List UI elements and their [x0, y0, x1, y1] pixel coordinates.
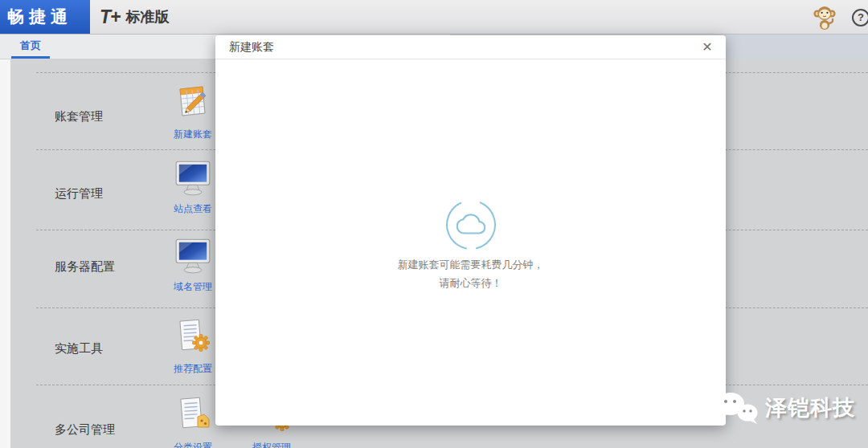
shortcut-new-account-set[interactable]: 新建账套 — [162, 80, 223, 141]
shortcut-label: 推荐配置 — [162, 362, 223, 376]
close-icon[interactable]: ✕ — [698, 39, 716, 56]
shortcut-category-settings[interactable]: 分类设置 — [162, 395, 223, 448]
category-server-config: 服务器配置 — [55, 259, 115, 275]
app-window: 畅捷通 T+ 标准版 ? 首页 账套管理 运行 — [0, 0, 868, 448]
shortcut-label: 分类设置 — [162, 441, 223, 448]
cloud-icon — [457, 214, 485, 235]
category-impl-tools: 实施工具 — [55, 341, 103, 356]
document-gear-icon — [173, 316, 213, 356]
monitor-icon — [173, 238, 213, 275]
category-run-mgmt: 运行管理 — [55, 186, 103, 202]
watermark: 泽铠科技 — [714, 389, 855, 427]
shortcut-label: 新建账套 — [162, 128, 223, 141]
shortcut-label: 域名管理 — [162, 280, 223, 294]
left-gutter — [0, 59, 10, 448]
help-icon[interactable]: ? — [852, 9, 868, 26]
chanjet-logo: 畅捷通 — [0, 0, 90, 34]
product-title: T+ 标准版 — [100, 0, 169, 34]
wechat-icon — [714, 389, 760, 427]
category-account-mgmt: 账套管理 — [55, 109, 103, 124]
document-badge-icon — [173, 395, 213, 435]
shortcut-domain-mgmt[interactable]: 域名管理 — [162, 238, 223, 294]
dialog-title: 新建账套 — [229, 35, 274, 59]
edition-label: 标准版 — [125, 7, 169, 26]
shortcut-site-view[interactable]: 站点查看 — [162, 160, 223, 216]
ledger-pencil-icon — [172, 80, 214, 122]
watermark-brand: 泽铠科技 — [765, 393, 855, 422]
monkey-mascot-icon[interactable] — [812, 4, 837, 31]
new-account-set-dialog: 新建账套 ✕ 新建账套可能需要耗费几分钟， 请耐心等待！ — [215, 35, 726, 426]
dialog-header: 新建账套 ✕ — [215, 35, 726, 59]
monitor-icon — [173, 160, 213, 197]
shortcut-recommended-config[interactable]: 推荐配置 — [162, 316, 223, 376]
shortcut-label: 授权管理 — [241, 441, 302, 448]
loading-message-line1: 新建账套可能需要耗费几分钟， — [215, 258, 726, 272]
shortcut-label: 站点查看 — [162, 202, 223, 216]
cloud-loading-spinner — [444, 198, 497, 251]
tab-home[interactable]: 首页 — [11, 35, 50, 59]
tplus-logo: T+ — [100, 6, 120, 28]
top-bar: 畅捷通 T+ 标准版 ? — [0, 0, 868, 35]
loading-message-line2: 请耐心等待！ — [215, 276, 726, 291]
category-multi-company: 多公司管理 — [55, 422, 115, 438]
